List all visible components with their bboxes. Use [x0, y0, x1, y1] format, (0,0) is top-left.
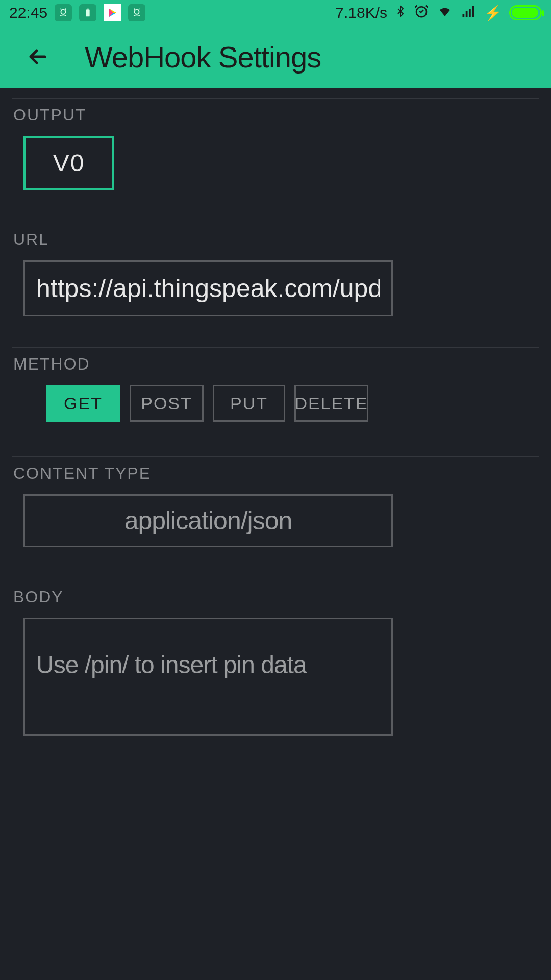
method-get-button[interactable]: GET [46, 385, 120, 422]
app-bar: WebHook Settings [0, 26, 551, 88]
svg-rect-11 [472, 6, 474, 17]
svg-rect-1 [86, 10, 89, 17]
method-label: METHOD [12, 353, 539, 385]
method-post-button[interactable]: POST [130, 385, 204, 422]
status-battery-saver-icon [79, 4, 96, 21]
back-button[interactable] [22, 41, 53, 72]
wifi-icon [436, 4, 454, 22]
body-input[interactable] [23, 618, 393, 736]
charging-icon: ⚡ [484, 5, 502, 21]
status-network-speed: 7.18K/s [335, 4, 387, 21]
content-type-label: CONTENT TYPE [12, 462, 539, 494]
content-type-section: CONTENT TYPE application/json [12, 456, 539, 576]
battery-icon [509, 5, 542, 20]
method-row: GET POST PUT DELETE [46, 385, 539, 422]
svg-point-0 [61, 10, 65, 14]
divider [12, 763, 539, 763]
body-label: BODY [12, 585, 539, 618]
svg-rect-8 [463, 14, 465, 17]
method-put-button[interactable]: PUT [213, 385, 285, 422]
bluetooth-icon [394, 4, 407, 22]
svg-rect-9 [466, 11, 468, 17]
method-delete-button[interactable]: DELETE [294, 385, 368, 422]
signal-icon [461, 4, 477, 22]
svg-rect-10 [469, 9, 471, 17]
status-right: 7.18K/s ⚡ [335, 4, 542, 22]
content-type-selector[interactable]: application/json [23, 494, 393, 547]
status-bar: 22:45 7.18K/s ⚡ [0, 0, 551, 26]
content: OUTPUT V0 URL METHOD GET POST PUT DELETE… [0, 98, 551, 763]
status-time: 22:45 [9, 4, 47, 21]
body-section: BODY [12, 580, 539, 758]
svg-rect-2 [87, 9, 89, 10]
page-title: WebHook Settings [85, 40, 321, 74]
svg-point-6 [134, 10, 139, 14]
url-input[interactable] [23, 260, 393, 316]
output-label: OUTPUT [12, 104, 539, 136]
method-section: METHOD GET POST PUT DELETE [12, 347, 539, 452]
status-play-store-icon [104, 4, 121, 21]
url-section: URL [12, 223, 539, 343]
status-app-icon-2 [128, 4, 145, 21]
output-pin-selector[interactable]: V0 [23, 136, 114, 190]
status-app-icon-1 [55, 4, 72, 21]
status-left: 22:45 [9, 4, 145, 21]
url-label: URL [12, 228, 539, 260]
output-section: OUTPUT V0 [12, 98, 539, 218]
alarm-icon [414, 4, 429, 22]
